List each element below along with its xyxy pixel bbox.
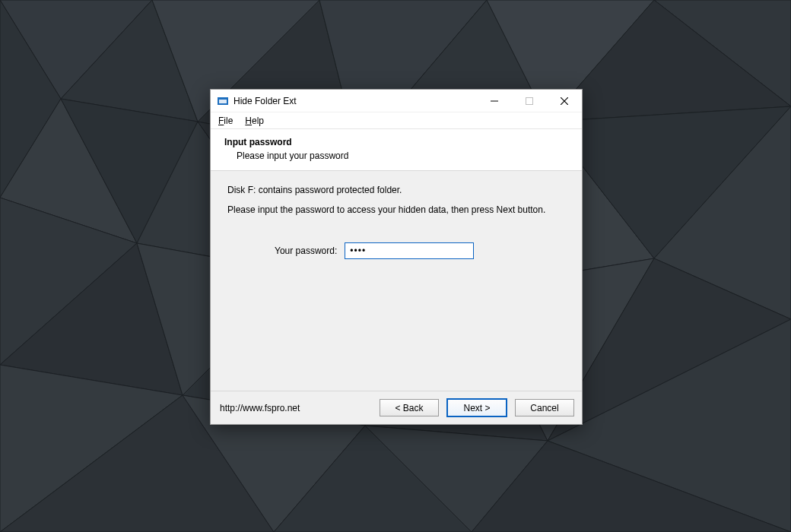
wizard-subtitle: Please input your password: [224, 150, 568, 161]
minimize-button[interactable]: [477, 90, 512, 112]
titlebar[interactable]: Hide Folder Ext: [211, 90, 582, 112]
svg-rect-39: [526, 97, 533, 104]
wizard-footer: http://www.fspro.net < Back Next > Cance…: [211, 391, 582, 424]
footer-url[interactable]: http://www.fspro.net: [220, 403, 300, 413]
wizard-content: Disk F: contains password protected fold…: [211, 171, 582, 391]
wizard-header: Input password Please input your passwor…: [211, 129, 582, 171]
info-line-1: Disk F: contains password protected fold…: [227, 185, 565, 195]
password-label: Your password:: [275, 245, 337, 256]
menu-help-rest: elp: [252, 116, 264, 126]
svg-rect-36: [218, 97, 222, 100]
info-line-2: Please input the password to access your…: [227, 204, 565, 215]
password-input[interactable]: [345, 242, 474, 259]
menubar: File Help: [211, 112, 582, 129]
app-icon: [217, 95, 229, 107]
menu-file[interactable]: File: [215, 114, 236, 128]
back-button[interactable]: < Back: [380, 399, 439, 416]
app-window: Hide Folder Ext File Help Input password…: [210, 89, 583, 425]
svg-rect-37: [219, 100, 227, 103]
wizard-title: Input password: [224, 137, 568, 147]
menu-help[interactable]: Help: [242, 114, 267, 128]
svg-rect-38: [491, 100, 498, 101]
cancel-button[interactable]: Cancel: [515, 399, 574, 416]
password-row: Your password:: [275, 242, 565, 259]
close-button[interactable]: [547, 90, 582, 112]
next-button[interactable]: Next >: [446, 398, 507, 417]
maximize-button[interactable]: [512, 90, 547, 112]
window-title: Hide Folder Ext: [233, 96, 297, 106]
menu-file-rest: ile: [224, 116, 233, 126]
